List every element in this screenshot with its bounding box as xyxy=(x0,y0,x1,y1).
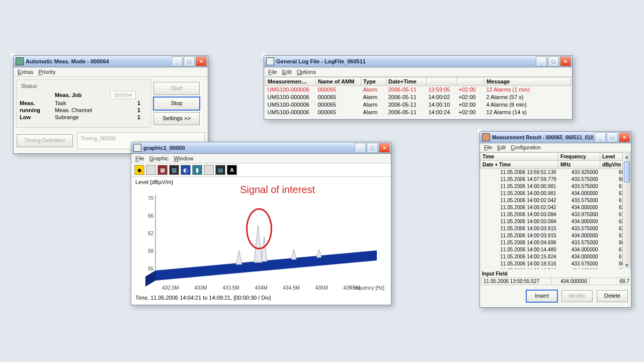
result-row[interactable]: 11.05.2006 14:00:18.516434.00000060.3 xyxy=(480,267,631,269)
minimize-button[interactable]: _ xyxy=(355,143,366,153)
annotation-oval xyxy=(246,208,272,249)
tool-icon-2[interactable] xyxy=(146,165,156,175)
result-scrollbar[interactable]: ▴ ▾ xyxy=(622,152,631,269)
status-left: Meas. xyxy=(20,100,55,106)
minimize-button[interactable]: _ xyxy=(172,56,183,66)
result-row[interactable]: 11.05.2006 14:00:14.480434.00000061.1 xyxy=(480,246,631,253)
input-level[interactable]: 68.7 xyxy=(590,278,632,285)
result-row[interactable]: 11.05.2006 13:59:52.130433.92500068.5 xyxy=(480,169,631,176)
menu-item-graphic[interactable]: Graphic xyxy=(149,155,169,161)
settings-button[interactable]: Settings >> xyxy=(153,112,200,125)
maximize-button[interactable]: □ xyxy=(184,56,195,66)
result-row[interactable]: 11.05.2006 14:00:03.915434.00000062.0 xyxy=(480,232,631,239)
result-table[interactable]: Time Frequency Level Date + Time MHz dBµ… xyxy=(480,152,631,269)
close-button[interactable]: × xyxy=(560,56,571,66)
app-icon xyxy=(16,57,24,65)
window-log-file: General Log File - LogFile_060511 _ □ × … xyxy=(264,55,573,120)
svg-text:55: 55 xyxy=(148,266,154,272)
close-button[interactable]: × xyxy=(619,132,630,142)
status-value: 1 xyxy=(110,107,140,113)
app-icon xyxy=(482,133,490,141)
log-table[interactable]: Measuremen…Name of AMMTypeDate+TimeMessa… xyxy=(265,77,571,116)
time-axis-footer: Time, 11.05.2006 14:04:21 to 14:09:21, [… xyxy=(131,294,391,305)
tool-icon-1[interactable]: ◆ xyxy=(134,165,144,175)
result-row[interactable]: 11.05.2006 14:00:00.981433.57500061.7 xyxy=(480,183,631,190)
menu-item-file[interactable]: File xyxy=(268,69,277,75)
menu-item-window[interactable]: Window xyxy=(174,155,193,161)
close-button[interactable]: × xyxy=(196,56,207,66)
window-title: graphic1_00000 xyxy=(143,145,354,151)
log-column-header[interactable]: Type xyxy=(361,77,386,86)
menu-item-edit[interactable]: Edit xyxy=(497,145,506,150)
menu-item-file[interactable]: File xyxy=(135,155,144,161)
log-column-header[interactable] xyxy=(427,77,457,86)
input-time[interactable]: 11.05.2006 13:50:55.527 xyxy=(481,278,552,285)
log-row[interactable]: UMS100-000006000065Alarm2006-05-1113:59:… xyxy=(266,86,571,94)
result-row[interactable]: 11.05.2006 14:07:59.779433.57500060.6 xyxy=(480,176,631,183)
log-column-header[interactable] xyxy=(457,77,485,86)
log-column-header[interactable]: Name of AMM xyxy=(316,77,361,86)
log-column-header[interactable]: Date+Time xyxy=(386,77,427,86)
tool-icon-5[interactable]: ◐ xyxy=(181,165,191,175)
tool-icon-6[interactable]: ▮ xyxy=(192,165,202,175)
svg-text:58: 58 xyxy=(148,248,154,254)
annotation-label: Signal of interest xyxy=(240,184,315,196)
status-group-label: Status xyxy=(20,83,38,89)
spectrum-plot[interactable]: 7066625855 432.5M433M433.5M 434M434.5M43… xyxy=(134,190,388,291)
result-row[interactable]: 11.05.2006 14:00:04.696433.57500060.4 xyxy=(480,239,631,246)
timing-definition-button[interactable]: Timing Definition xyxy=(17,134,73,147)
window-measurement-result: Measurement Result - 000065_060511_0101 … xyxy=(479,131,631,308)
start-button[interactable]: Start xyxy=(153,82,200,95)
menu-item-edit[interactable]: Edit xyxy=(282,69,292,75)
result-row[interactable]: 11.05.2006 14:00:15.824434.00000061.7 xyxy=(480,253,631,260)
delete-button[interactable]: Delete xyxy=(597,290,628,302)
result-row[interactable]: 11.05.2006 14:00:18.516433.57500060.6 xyxy=(480,260,631,267)
svg-text:434.5M: 434.5M xyxy=(283,285,299,291)
maximize-button[interactable]: □ xyxy=(367,143,378,153)
log-column-header[interactable]: Measuremen… xyxy=(266,77,316,86)
col-time[interactable]: Time xyxy=(480,153,558,161)
svg-text:433M: 433M xyxy=(194,285,207,291)
menu-item-options[interactable]: Options xyxy=(297,69,316,75)
log-column-header[interactable]: Message xyxy=(485,77,571,86)
svg-marker-7 xyxy=(145,270,155,287)
menu-item-file[interactable]: File xyxy=(484,145,492,150)
modify-button[interactable]: Modify xyxy=(561,290,593,302)
tool-icon-a[interactable]: A xyxy=(227,165,237,175)
result-row[interactable]: 11.05.2006 14:00:03.084434.00000062.1 xyxy=(480,218,631,225)
maximize-button[interactable]: □ xyxy=(548,56,559,66)
sub-frequency: MHz xyxy=(558,161,600,169)
log-row[interactable]: UMS100-000006000065Alarm2006-05-1114:00:… xyxy=(266,109,571,116)
minimize-button[interactable]: _ xyxy=(536,56,547,66)
menu-item-configuration[interactable]: Configuration xyxy=(511,145,541,150)
insert-button[interactable]: Insert xyxy=(526,290,557,302)
status-value: 1 xyxy=(110,114,140,120)
window-title: Automatic Meas. Mode - 000064 xyxy=(26,58,171,64)
stop-button[interactable]: Stop xyxy=(153,97,200,110)
log-row[interactable]: UMS100-000006000065Alarm2006-05-1114:00:… xyxy=(266,101,571,109)
result-row[interactable]: 11.05.2006 14:00:02.042434.00000062.1 xyxy=(480,204,631,211)
log-row[interactable]: UMS100-000006000065Alarm2006-05-1114:00:… xyxy=(266,94,571,101)
menu-item-extras[interactable]: Extras xyxy=(18,69,33,75)
col-frequency[interactable]: Frequency xyxy=(558,153,600,161)
close-button[interactable]: × xyxy=(379,143,390,153)
tool-icon-4[interactable]: ▥ xyxy=(169,165,179,175)
minimize-button[interactable]: _ xyxy=(595,132,606,142)
menu-item-priority[interactable]: Priority xyxy=(38,69,55,75)
result-row[interactable]: 11.05.2006 14:00:02.042433.57500061.3 xyxy=(480,197,631,204)
x-axis-label: Frequency [Hz] xyxy=(350,285,384,291)
input-frequency[interactable]: 434.000000 xyxy=(552,278,590,285)
meas-job-id: 000064 xyxy=(110,91,136,99)
result-row[interactable]: 11.05.2006 14:00:00.981434.00000062.0 xyxy=(480,190,631,197)
tool-icon-8[interactable]: ▤ xyxy=(215,165,225,175)
result-row[interactable]: 11.05.2006 14:00:03.915433.57500062.9 xyxy=(480,225,631,232)
status-field-label: Task xyxy=(55,100,110,106)
result-row[interactable]: 11.05.2006 14:00:03.084433.97500061.5 xyxy=(480,211,631,218)
tool-icon-7[interactable] xyxy=(204,165,214,175)
window-graphic: graphic1_00000 _ □ × File Graphic Window… xyxy=(131,142,391,305)
input-field-label: Input Field xyxy=(480,270,631,278)
sub-time: Date + Time xyxy=(480,161,558,169)
maximize-button[interactable]: □ xyxy=(607,132,618,142)
tool-icon-3[interactable]: ▦ xyxy=(157,165,168,175)
app-icon xyxy=(266,57,274,65)
